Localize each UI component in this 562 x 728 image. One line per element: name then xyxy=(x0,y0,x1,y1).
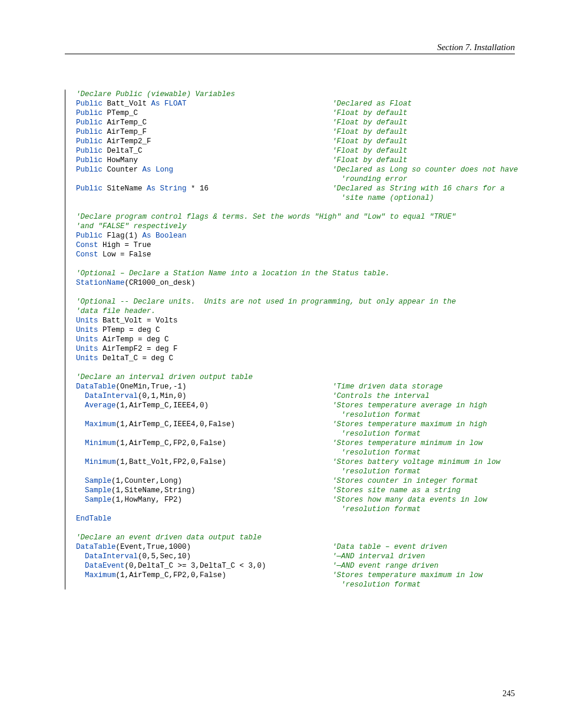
page-number: 245 xyxy=(503,689,515,699)
code-listing: 'Declare Public (viewable) Variables Pub… xyxy=(65,90,515,589)
running-header: Section 7. Installation xyxy=(65,42,515,54)
page: Section 7. Installation 'Declare Public … xyxy=(0,0,562,728)
